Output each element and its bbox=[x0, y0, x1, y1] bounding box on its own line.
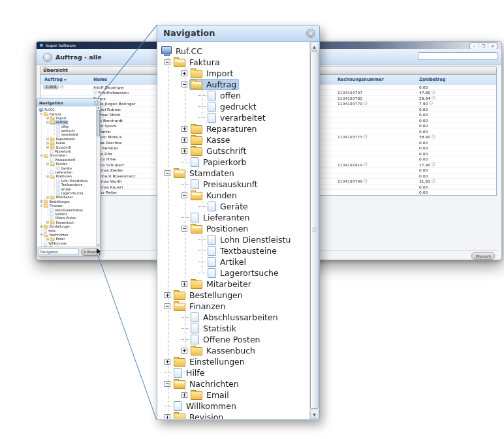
tree-item-label: Reparaturen bbox=[206, 124, 257, 134]
tree-item-bestellungen[interactable]: +Bestellungen bbox=[158, 290, 309, 301]
scroll-down-icon[interactable]: ▼ bbox=[310, 410, 319, 419]
invoice-link-icon[interactable] bbox=[364, 135, 368, 139]
restore-button[interactable]: ❐ bbox=[479, 43, 488, 49]
tree-item-label: Kasse bbox=[206, 135, 230, 145]
tree-item-geräte[interactable]: Geräte bbox=[158, 201, 309, 212]
folder-closed-icon bbox=[191, 147, 202, 156]
page-icon bbox=[43, 53, 52, 62]
amount-cell: 0.00 bbox=[419, 118, 428, 123]
mini-scrollbar-thumb[interactable] bbox=[97, 110, 100, 136]
invoice-link-icon[interactable] bbox=[364, 162, 368, 166]
document-icon bbox=[208, 202, 216, 211]
mini-navigation-header[interactable]: Navigation bbox=[37, 99, 100, 106]
tree-item-label: Geräte bbox=[220, 202, 248, 211]
scrollbar-thumb[interactable] bbox=[310, 52, 319, 409]
tree-item-label: Kasse bbox=[56, 142, 65, 145]
tree-item-email[interactable]: +Email bbox=[158, 389, 309, 401]
tree-item-label: Auftrag bbox=[206, 80, 236, 89]
tree-guide-line bbox=[185, 387, 185, 396]
tree-item-mitarbeiter[interactable]: +Mitarbeiter bbox=[158, 279, 309, 290]
tree-connector bbox=[198, 117, 206, 118]
payment-link-icon[interactable] bbox=[432, 135, 435, 139]
document-icon bbox=[44, 241, 47, 245]
tree-item-hilfe[interactable]: Hilfe bbox=[158, 367, 309, 378]
tree-item-textbausteine[interactable]: Textbausteine bbox=[158, 245, 309, 256]
tree-item-abschlussarbeiten[interactable]: Abschlussarbeiten bbox=[158, 312, 309, 323]
tree-item-kassenbuch[interactable]: +Kassenbuch bbox=[158, 345, 309, 356]
amount-cell: 0.00 bbox=[419, 124, 428, 129]
tree-item-label: gedruckt bbox=[220, 102, 257, 112]
column-rechnungsnummer[interactable]: Rechnungsnummer bbox=[338, 77, 384, 82]
popup-close-icon[interactable]: ✕ bbox=[306, 29, 315, 38]
tree-item-label: Email bbox=[206, 390, 229, 400]
tree-item-preisauskunft[interactable]: Preisauskunft bbox=[158, 179, 309, 190]
tree-item-positionen[interactable]: −Positionen bbox=[158, 223, 309, 234]
tree-item-label: Stamdaten bbox=[50, 154, 67, 158]
mouse-cursor bbox=[97, 246, 102, 258]
tree-item-gutschrift[interactable]: +Gutschrift bbox=[158, 145, 309, 157]
tree-item-artikel[interactable]: Artikel bbox=[158, 256, 309, 267]
payment-link-icon[interactable] bbox=[432, 162, 435, 166]
tree-item-papierkorb[interactable]: Papierkorb bbox=[158, 157, 309, 168]
tree-item-offen[interactable]: offen bbox=[158, 90, 309, 101]
column-auftrag[interactable]: Auftrag ▼ bbox=[44, 77, 67, 82]
tree-item-label: gedruckt bbox=[61, 129, 75, 133]
payment-link-icon[interactable] bbox=[432, 179, 435, 183]
tree-item-import[interactable]: +Import bbox=[158, 68, 309, 79]
tree-item-kunden[interactable]: −Kunden bbox=[158, 190, 309, 201]
tree-item-gedruckt[interactable]: gedruckt bbox=[158, 101, 309, 112]
tree-item-einstellungen[interactable]: +Einstellungen bbox=[158, 356, 309, 367]
payment-link-icon[interactable] bbox=[432, 96, 435, 100]
close-button[interactable]: ✕ bbox=[488, 43, 497, 49]
tree-item-label: Willkommen bbox=[48, 241, 67, 245]
tree-item-stamdaten[interactable]: −Stamdaten bbox=[158, 168, 309, 179]
mini-close-icon[interactable]: ✕ bbox=[94, 100, 99, 105]
wunsch-button[interactable]: Wunsch bbox=[471, 252, 495, 260]
mini-scrollbar[interactable]: ▲ ▼ bbox=[96, 106, 100, 247]
tree-item-willkommen[interactable]: Willkommen bbox=[158, 401, 309, 412]
tree-item-label: Geräte bbox=[61, 166, 72, 170]
tree-item-nachrichten[interactable]: −Nachrichten bbox=[158, 378, 309, 389]
tree-item-auftrag[interactable]: −Auftrag bbox=[158, 79, 309, 90]
column-name[interactable]: Name bbox=[93, 77, 107, 82]
mini-scroll-up-icon[interactable]: ▲ bbox=[97, 106, 100, 110]
order-number-badge[interactable]: 314896 bbox=[43, 85, 59, 89]
folder-closed-icon bbox=[50, 146, 55, 149]
tree-item-statistik[interactable]: Statistik bbox=[158, 323, 309, 334]
search-input[interactable] bbox=[418, 52, 497, 60]
folder-closed-icon bbox=[191, 347, 202, 356]
tree-item-ruf-cc[interactable]: Ruf.CC bbox=[158, 46, 309, 57]
tree-item-reparaturen[interactable]: +Reparaturen bbox=[158, 123, 309, 134]
popup-scrollbar[interactable]: ▲ ▼ bbox=[309, 42, 319, 419]
scroll-up-icon[interactable]: ▲ bbox=[310, 42, 319, 51]
tree-item-revision[interactable]: +Revision bbox=[158, 412, 309, 419]
invoice-link-icon[interactable] bbox=[364, 102, 368, 106]
tree-item-lieferanten[interactable]: Lieferanten bbox=[158, 212, 309, 223]
column-zahlbetrag[interactable]: Zahlbetrag bbox=[419, 77, 445, 82]
tree-item-label: Offene Posten bbox=[55, 217, 76, 220]
row-link-icon[interactable] bbox=[93, 91, 97, 95]
tree-item-verarbeitet[interactable]: verarbeitet bbox=[158, 112, 309, 123]
tree-item-lagerortsuche[interactable]: Lagerortsuche bbox=[158, 267, 309, 279]
tree-item-lohn-dienstleistu[interactable]: Lohn Dienstleistu bbox=[158, 234, 309, 245]
tree-item-faktura[interactable]: −Faktura bbox=[158, 57, 309, 68]
minimize-button[interactable]: – bbox=[470, 43, 479, 49]
document-icon bbox=[208, 268, 216, 278]
tree-connector bbox=[198, 273, 206, 273]
tree-item-offene-posten[interactable]: Offene Posten bbox=[158, 334, 309, 345]
navigation-popup-header[interactable]: Navigation ✕ bbox=[157, 25, 319, 42]
tree-connector bbox=[198, 250, 206, 251]
navigation-filter-input[interactable] bbox=[39, 249, 79, 254]
payment-link-icon[interactable] bbox=[429, 102, 433, 106]
amount-cell: 38.40 bbox=[419, 135, 435, 140]
tree-connector bbox=[165, 406, 172, 406]
tree-guide-line bbox=[185, 177, 185, 285]
open-order-icon[interactable] bbox=[60, 85, 64, 89]
tree-item-finanzen[interactable]: −Finanzen bbox=[158, 301, 309, 312]
tree-guide-line bbox=[202, 199, 202, 207]
auftrag-cell: 314896 bbox=[43, 85, 64, 89]
invoice-link-icon[interactable] bbox=[364, 179, 368, 183]
payment-link-icon[interactable] bbox=[432, 91, 435, 95]
invoice-cell: 1104193797 bbox=[338, 91, 362, 95]
tree-item-kasse[interactable]: +Kasse bbox=[158, 134, 309, 145]
